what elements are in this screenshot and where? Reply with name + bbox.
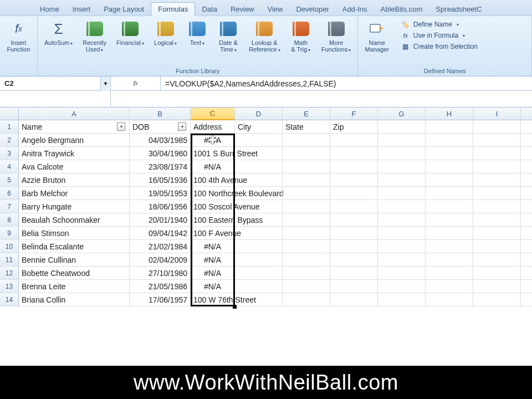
tab-data[interactable]: Data — [195, 3, 223, 16]
name-box[interactable]: C2 — [0, 78, 100, 89]
cell[interactable]: 16/05/1936 — [130, 173, 191, 186]
row-header[interactable]: 3 — [0, 147, 19, 160]
cell[interactable] — [283, 187, 330, 200]
lookup-reference-button[interactable]: Lookup & Reference▾ — [247, 18, 283, 54]
col-header-f[interactable]: F — [330, 108, 378, 120]
cell[interactable] — [283, 134, 330, 146]
cell[interactable] — [473, 293, 521, 306]
cell[interactable] — [235, 253, 283, 266]
cell[interactable]: State — [283, 120, 330, 133]
cell[interactable] — [426, 253, 473, 266]
financial-button[interactable]: Financial▾ — [114, 18, 146, 48]
cell[interactable] — [473, 280, 521, 293]
tab-page-layout[interactable]: Page Layout — [97, 3, 151, 16]
cell[interactable]: #N/A — [191, 240, 235, 253]
filter-button[interactable]: ▾ — [178, 122, 186, 131]
cell[interactable] — [426, 120, 473, 133]
insert-function-button[interactable]: fx Insert Function — [4, 18, 32, 54]
cell[interactable] — [473, 213, 521, 226]
cell[interactable] — [473, 134, 521, 146]
cell[interactable] — [426, 147, 473, 160]
cell[interactable] — [426, 187, 473, 200]
cell[interactable]: #N/A — [191, 267, 235, 279]
cell[interactable] — [473, 187, 521, 200]
cell[interactable] — [283, 173, 330, 186]
math-trig-button[interactable]: Math & Trig▾ — [288, 18, 314, 54]
cell[interactable]: #N/A — [191, 253, 235, 266]
date-time-button[interactable]: Date & Time▾ — [216, 18, 241, 54]
cell[interactable]: 23/08/1974 — [130, 160, 191, 173]
cell[interactable] — [426, 160, 473, 173]
cell[interactable] — [283, 160, 330, 173]
more-functions-button[interactable]: More Functions▾ — [319, 18, 354, 54]
cell[interactable] — [378, 240, 426, 253]
tab-home[interactable]: Home — [33, 3, 66, 16]
cell[interactable] — [378, 200, 426, 213]
cell[interactable]: 100 Eastern Bypass — [191, 213, 235, 226]
cell[interactable]: 30/04/1960 — [130, 147, 191, 160]
cell[interactable] — [473, 173, 521, 186]
tab-developer[interactable]: Developer — [289, 3, 335, 16]
cell[interactable]: Name▾ — [19, 120, 130, 133]
cell[interactable]: 100 F Avenue — [191, 227, 235, 239]
cell[interactable]: Barb Melchor — [19, 187, 130, 200]
cell[interactable] — [473, 200, 521, 213]
cell[interactable]: Zip — [330, 120, 378, 133]
cell[interactable] — [330, 253, 378, 266]
cell[interactable]: 21/05/1986 — [130, 280, 191, 293]
row-header[interactable]: 12 — [0, 267, 19, 279]
cell[interactable]: Belinda Escalante — [19, 240, 130, 253]
cell[interactable]: Address — [191, 120, 235, 133]
name-box-dropdown[interactable]: ▼ — [100, 76, 110, 91]
cell[interactable]: 27/10/1980 — [130, 267, 191, 279]
cell[interactable]: 20/01/1940 — [130, 213, 191, 226]
cell[interactable] — [235, 213, 283, 226]
cell[interactable]: 17/06/1957 — [130, 293, 191, 306]
cell[interactable]: 100 Northcreek Boulevard — [191, 187, 235, 200]
cell[interactable] — [235, 173, 283, 186]
create-from-selection-button[interactable]: ▦Create from Selection — [399, 42, 480, 52]
cell[interactable] — [473, 120, 521, 133]
row-header[interactable]: 2 — [0, 134, 19, 146]
cell[interactable] — [426, 213, 473, 226]
cell[interactable] — [426, 200, 473, 213]
cell[interactable] — [426, 267, 473, 279]
cell[interactable] — [378, 280, 426, 293]
cell[interactable] — [378, 227, 426, 239]
cell[interactable]: City — [235, 120, 283, 133]
cell[interactable] — [378, 213, 426, 226]
cell[interactable] — [378, 267, 426, 279]
autosum-button[interactable]: Σ AutoSum▾ — [42, 18, 75, 48]
cell[interactable] — [330, 134, 378, 146]
cell[interactable]: Beaulah Schoonmaker — [19, 213, 130, 226]
define-name-button[interactable]: 🏷️Define Name▾ — [399, 19, 480, 29]
cell[interactable] — [235, 280, 283, 293]
cell[interactable] — [426, 240, 473, 253]
cell[interactable] — [330, 240, 378, 253]
cell[interactable] — [283, 200, 330, 213]
cell[interactable] — [473, 253, 521, 266]
logical-button[interactable]: Logical▾ — [152, 18, 179, 48]
row-header[interactable]: 10 — [0, 240, 19, 253]
cell[interactable]: 1001 S Burr Street — [191, 147, 235, 160]
row-header[interactable]: 11 — [0, 253, 19, 266]
tab-review[interactable]: Review — [224, 3, 261, 16]
cell[interactable] — [426, 293, 473, 306]
cell[interactable]: Angelo Bergmann — [19, 134, 130, 146]
cell[interactable] — [283, 253, 330, 266]
cell[interactable] — [235, 160, 283, 173]
col-header-i[interactable]: I — [473, 108, 521, 120]
cell[interactable] — [378, 120, 426, 133]
cell[interactable]: 100 Soscol Avenue — [191, 200, 235, 213]
cell[interactable]: Anitra Traywick — [19, 147, 130, 160]
text-button[interactable]: Text▾ — [185, 18, 210, 48]
row-header[interactable]: 6 — [0, 187, 19, 200]
cell[interactable] — [330, 267, 378, 279]
cell[interactable] — [235, 267, 283, 279]
cell[interactable]: 100 W 76th Street — [191, 293, 235, 306]
cell[interactable]: Ava Calcote — [19, 160, 130, 173]
cell[interactable]: 04/03/1985 — [130, 134, 191, 146]
cell[interactable]: Bennie Cullinan — [19, 253, 130, 266]
cell[interactable]: #N/A — [191, 134, 235, 146]
cell[interactable] — [330, 147, 378, 160]
